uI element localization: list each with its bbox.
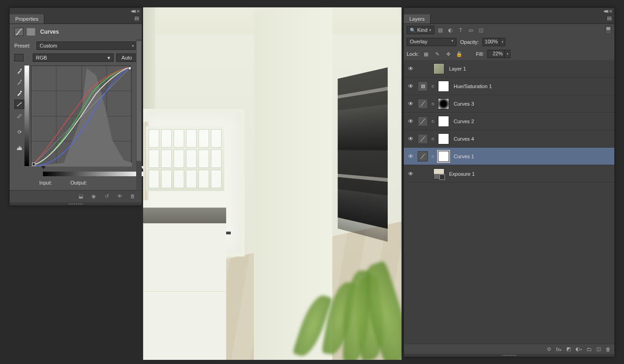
layer-mask[interactable] <box>438 81 449 92</box>
layer-row[interactable]: 👁 Exposure 1 <box>404 165 614 183</box>
preset-label: Preset: <box>14 43 34 48</box>
layer-mask[interactable] <box>438 133 449 144</box>
new-adjustment-icon[interactable]: ◐▾ <box>576 346 582 352</box>
svg-rect-10 <box>32 163 35 166</box>
tab-layers[interactable]: Layers <box>404 14 431 24</box>
layer-name[interactable]: Exposure 1 <box>449 171 475 177</box>
layer-row[interactable]: 👁 Layer 1 <box>404 60 614 78</box>
visibility-icon[interactable]: 👁 <box>407 118 415 125</box>
visibility-icon[interactable]: 👁 <box>407 153 415 160</box>
layer-mask[interactable] <box>438 151 449 162</box>
filter-pixel-icon[interactable]: ▧ <box>436 26 444 34</box>
layer-row[interactable]: 👁 ▤ ⎋ Hue/Saturation 1 <box>404 78 614 95</box>
visibility-icon[interactable]: 👁 <box>407 101 415 107</box>
lock-position-icon[interactable]: ✥ <box>444 50 452 58</box>
eyedropper-gray-icon[interactable] <box>14 78 24 87</box>
collapse-icon[interactable]: ◀◀ <box>603 9 607 13</box>
link-icon[interactable]: ⎋ <box>431 101 435 106</box>
io-readout: Input: Output: <box>10 177 142 190</box>
visibility-icon[interactable]: 👁 <box>407 136 415 142</box>
huesat-adjust-icon[interactable]: ▤ <box>418 81 428 91</box>
tab-properties[interactable]: Properties <box>10 14 44 24</box>
auto-button[interactable]: Auto <box>116 54 137 62</box>
visibility-icon[interactable]: 👁 <box>407 66 415 72</box>
new-layer-icon[interactable]: ◫ <box>596 346 601 352</box>
preset-select[interactable]: Custom ▾ <box>36 42 137 50</box>
layer-thumb[interactable] <box>433 63 444 74</box>
link-icon[interactable]: ⎋ <box>431 119 435 124</box>
channel-select[interactable]: RGB ▾ <box>33 54 114 62</box>
fx-icon[interactable]: fx▾ <box>556 346 562 352</box>
layer-name[interactable]: Curves 2 <box>454 119 474 124</box>
fill-slider-toggle[interactable]: ▾ <box>505 50 510 58</box>
layer-row[interactable]: 👁 ⎋ Curves 3 <box>404 95 614 113</box>
channel-value: RGB <box>36 55 47 60</box>
caret-icon: ▾ <box>451 39 453 45</box>
layer-name[interactable]: Curves 3 <box>454 101 474 107</box>
panel-menu-icon[interactable]: ▤ <box>132 14 142 24</box>
layer-row-selected[interactable]: 👁 ⎋ Curves 1 <box>404 148 614 165</box>
blend-mode-select[interactable]: Overlay ▾ <box>407 38 456 46</box>
layer-name[interactable]: Hue/Saturation 1 <box>454 84 492 89</box>
point-curve-icon[interactable] <box>14 100 24 109</box>
curves-adjust-icon[interactable] <box>418 151 428 161</box>
opacity-input[interactable]: 100% <box>482 38 500 46</box>
opacity-slider-toggle[interactable]: ▾ <box>500 38 505 46</box>
layer-name[interactable]: Layer 1 <box>449 66 466 72</box>
layer-thumb[interactable] <box>433 168 444 179</box>
lock-transparent-icon[interactable]: ▦ <box>422 50 430 58</box>
trash-icon[interactable]: 🗑 <box>128 192 137 200</box>
close-icon[interactable]: ✕ <box>609 9 612 14</box>
clip-to-layer-icon[interactable]: ⬓ <box>76 192 85 200</box>
smooth-icon[interactable]: ⟳ <box>14 125 24 138</box>
link-icon[interactable]: ⎋ <box>431 84 435 89</box>
curves-adjust-icon[interactable] <box>418 116 428 126</box>
visibility-icon[interactable]: 👁 <box>407 171 415 177</box>
add-mask-icon[interactable]: ◩ <box>566 346 571 352</box>
close-icon[interactable]: ✕ <box>136 9 140 14</box>
document-canvas[interactable] <box>143 7 402 360</box>
eyedropper-white-icon[interactable] <box>14 89 24 98</box>
layer-name[interactable]: Curves 1 <box>454 154 474 159</box>
filter-kind-select[interactable]: 🔍 Kind ▾ <box>407 26 434 34</box>
new-group-icon[interactable]: 🗀 <box>587 346 592 352</box>
curves-adjust-icon[interactable] <box>418 134 428 144</box>
lock-all-icon[interactable]: 🔒 <box>456 50 463 58</box>
targeted-adjust-icon[interactable] <box>14 54 24 61</box>
filter-type-icon[interactable]: T <box>456 26 465 34</box>
layer-mask[interactable] <box>438 98 449 109</box>
layer-name[interactable]: Curves 4 <box>454 136 474 142</box>
filter-toggle[interactable] <box>605 26 612 34</box>
link-icon[interactable]: ⎋ <box>431 136 435 141</box>
curve-graph[interactable] <box>31 66 132 166</box>
layer-filter-row: 🔍 Kind ▾ ▧ ◐ T ▭ ◫ <box>404 24 614 36</box>
layer-row[interactable]: 👁 ⎋ Curves 2 <box>404 113 614 130</box>
filter-shape-icon[interactable]: ▭ <box>467 26 475 34</box>
trash-icon[interactable]: 🗑 <box>606 346 611 352</box>
layer-mask-icon[interactable] <box>26 28 36 36</box>
filter-smart-icon[interactable]: ◫ <box>477 26 485 34</box>
lock-pixels-icon[interactable]: ✎ <box>433 50 441 58</box>
filter-adjust-icon[interactable]: ◐ <box>446 26 455 34</box>
reset-icon[interactable]: ↺ <box>102 192 111 200</box>
toggle-visibility-icon[interactable]: 👁 <box>115 192 124 200</box>
panel-menu-icon[interactable]: ▤ <box>604 14 614 24</box>
layer-row[interactable]: 👁 ⎋ Curves 4 <box>404 130 614 148</box>
svg-point-0 <box>20 69 22 71</box>
eyedropper-black-icon[interactable] <box>14 66 24 76</box>
histogram-toggle-icon[interactable] <box>14 143 24 152</box>
collapse-icon[interactable]: ◀◀ <box>131 9 134 13</box>
svg-rect-11 <box>128 67 131 70</box>
properties-panel: ◀◀ ✕ Properties ▤ Curves Preset: Custom … <box>9 7 142 206</box>
pencil-curve-icon[interactable] <box>14 111 24 120</box>
layer-mask[interactable] <box>438 116 449 127</box>
properties-scrollbar[interactable] <box>136 39 142 190</box>
curves-adjust-icon[interactable] <box>418 99 428 109</box>
blackwhite-slider[interactable] <box>43 167 144 171</box>
view-previous-icon[interactable]: ◉ <box>89 192 98 200</box>
fill-input[interactable]: 22% <box>487 50 505 58</box>
link-layers-icon[interactable]: ⊘ <box>547 346 551 352</box>
black-point-handle[interactable] <box>41 166 46 169</box>
link-icon[interactable]: ⎋ <box>431 154 435 159</box>
visibility-icon[interactable]: 👁 <box>407 83 415 90</box>
